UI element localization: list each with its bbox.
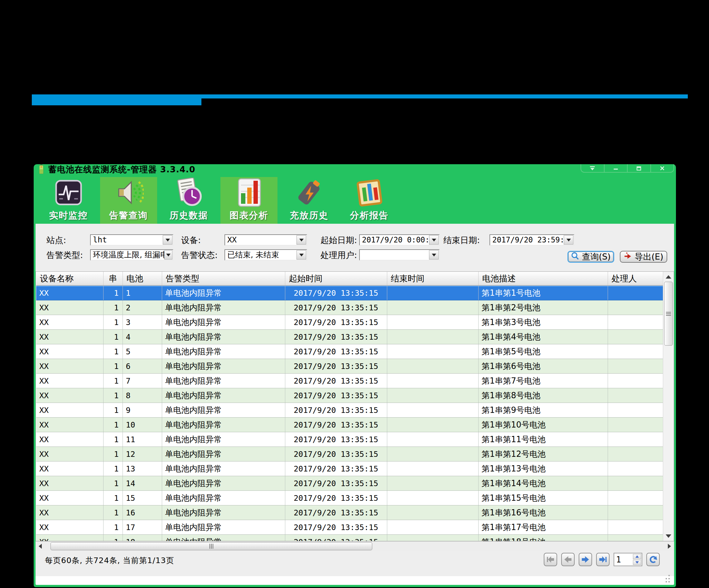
chevron-down-icon[interactable] [164, 250, 173, 259]
cell-end [387, 418, 478, 432]
next-page-button[interactable] [579, 553, 592, 566]
resize-grip[interactable] [668, 581, 670, 582]
spinner-up-icon[interactable] [633, 554, 641, 559]
scroll-down-icon[interactable] [663, 532, 674, 540]
page-summary: 每页60条, 共724条, 当前第1/13页 [45, 555, 174, 565]
table-row[interactable]: XX15单电池内阻异常2017/9/20 13:35:15第1串第5号电池 [36, 344, 663, 359]
col-header-type[interactable]: 告警类型 [162, 272, 285, 285]
table-row[interactable]: XX17单电池内阻异常2017/9/20 13:35:15第1串第7号电池 [36, 374, 663, 388]
cell-desc: 第1串第5号电池 [478, 344, 608, 359]
col-header-string[interactable]: 串 [103, 272, 123, 285]
table-row[interactable]: XX113单电池内阻异常2017/9/20 13:35:15第1串第13号电池 [36, 461, 663, 476]
table-row[interactable]: XX117单电池内阻异常2017/9/20 13:35:15第1串第17号电池 [36, 520, 663, 535]
cell-start: 2017/9/20 13:35:15 [285, 447, 387, 461]
cell-type: 单电池内阻异常 [162, 418, 285, 432]
cell-battery: 1 [123, 285, 162, 300]
site-combobox[interactable]: lht [90, 234, 173, 246]
scroll-left-icon[interactable] [36, 541, 44, 551]
col-header-end[interactable]: 结束时间 [387, 272, 478, 285]
horizontal-scrollbar-thumb[interactable] [51, 542, 372, 550]
first-page-button[interactable] [544, 553, 557, 566]
close-icon[interactable] [650, 164, 674, 172]
cell-type: 单电池内阻异常 [162, 285, 285, 300]
tab-chart[interactable]: 图表分析 [220, 177, 278, 224]
col-header-battery[interactable]: 电池 [123, 272, 162, 285]
col-header-handler[interactable]: 处理人 [608, 272, 663, 285]
title-bar[interactable]: 蓄电池在线监测系统-管理器 3.3.4.0 [34, 164, 676, 175]
table-row[interactable]: XX19单电池内阻异常2017/9/20 13:35:15第1串第9号电池 [36, 403, 663, 418]
handler-user-combobox[interactable] [359, 249, 440, 260]
table-row[interactable]: XX111单电池内阻异常2017/9/20 13:35:15第1串第11号电池 [36, 432, 663, 447]
device-combobox[interactable]: XX [225, 234, 307, 246]
chevron-down-icon[interactable] [163, 235, 173, 245]
scroll-up-icon[interactable] [663, 272, 674, 281]
chevron-down-icon[interactable] [429, 235, 439, 245]
table-row[interactable]: XX16单电池内阻异常2017/9/20 13:35:15第1串第6号电池 [36, 359, 663, 374]
cell-type: 单电池内阻异常 [162, 300, 285, 315]
cell-string: 1 [103, 315, 123, 330]
spinner-down-icon[interactable] [633, 560, 641, 565]
cell-type: 单电池内阻异常 [162, 535, 285, 541]
vertical-scrollbar-thumb[interactable] [664, 282, 673, 345]
minimize-icon[interactable] [604, 164, 627, 172]
alarm-status-combobox[interactable]: 已结束, 未结束 [225, 249, 307, 260]
chevron-down-icon[interactable] [429, 250, 439, 259]
previous-page-button[interactable] [561, 553, 575, 566]
chevron-down-icon[interactable] [296, 235, 306, 245]
last-page-button[interactable] [596, 553, 609, 566]
window-menu-icon[interactable] [581, 164, 604, 172]
end-date-picker[interactable]: 2017/9/20 23:59:59 [490, 234, 574, 246]
vertical-scrollbar[interactable] [663, 272, 674, 541]
maximize-icon[interactable] [627, 164, 650, 172]
tab-history[interactable]: 历史数据 [160, 177, 217, 224]
cell-handler [608, 285, 663, 300]
table-row[interactable]: XX14单电池内阻异常2017/9/20 13:35:15第1串第4号电池 [36, 330, 663, 344]
table-row[interactable]: XX115单电池内阻异常2017/9/20 13:35:15第1串第15号电池 [36, 491, 663, 505]
query-button[interactable]: 查询(S) [568, 251, 614, 263]
tab-charge[interactable]: 充放历史 [281, 177, 338, 224]
tab-alarm[interactable]: 告警查询 [100, 177, 157, 224]
cell-end [387, 505, 478, 520]
col-header-start[interactable]: 起始时间 [285, 272, 387, 285]
alarm-query-icon [114, 178, 144, 209]
start-date-picker[interactable]: 2017/9/20 0:00:00 [359, 234, 440, 246]
table-row[interactable]: XX114单电池内阻异常2017/9/20 13:35:15第1串第14号电池 [36, 476, 663, 491]
table-row[interactable]: XX116单电池内阻异常2017/9/20 13:35:15第1串第16号电池 [36, 505, 663, 520]
chevron-down-icon[interactable] [564, 235, 573, 245]
table-row[interactable]: XX110单电池内阻异常2017/9/20 13:35:15第1串第10号电池 [36, 418, 663, 432]
page-number-input[interactable] [615, 554, 633, 565]
tab-realtime[interactable]: 实时监控 [40, 177, 97, 224]
cell-start: 2017/9/20 13:35:15 [285, 461, 387, 476]
cell-end [387, 344, 478, 359]
cell-battery: 13 [123, 461, 162, 476]
tab-report[interactable]: 分析报告 [341, 177, 398, 224]
cell-battery: 7 [123, 374, 162, 388]
cell-string: 1 [103, 432, 123, 447]
table-row[interactable]: XX12单电池内阻异常2017/9/20 13:35:15第1串第2号电池 [36, 300, 663, 315]
cell-handler [608, 491, 663, 505]
cell-type: 单电池内阻异常 [162, 461, 285, 476]
scroll-right-icon[interactable] [665, 541, 674, 551]
table-row[interactable]: XX11单电池内阻异常2017/9/20 13:35:15第1串第1号电池 [36, 285, 663, 300]
col-header-device[interactable]: 设备名称 [36, 272, 103, 285]
table-row[interactable]: XX118单电池内阻异常2017/9/20 13:35:15第1串第18号电池 [36, 535, 663, 541]
table-row[interactable]: XX18单电池内阻异常2017/9/20 13:35:15第1串第8号电池 [36, 388, 663, 403]
cell-battery: 14 [123, 476, 162, 491]
cell-type: 单电池内阻异常 [162, 432, 285, 447]
horizontal-scrollbar[interactable] [35, 541, 674, 551]
refresh-button[interactable] [646, 553, 660, 566]
chevron-down-icon[interactable] [296, 250, 306, 259]
col-header-desc[interactable]: 电池描述 [478, 272, 608, 285]
alarm-type-combobox[interactable]: 环境温度上限, 组漏电 [90, 249, 173, 260]
charge-history-icon [294, 178, 324, 209]
cell-device: XX [36, 359, 103, 374]
cell-type: 单电池内阻异常 [162, 344, 285, 359]
cell-handler [608, 461, 663, 476]
cell-device: XX [36, 300, 103, 315]
cell-battery: 12 [123, 447, 162, 461]
search-icon [571, 252, 579, 262]
table-row[interactable]: XX112单电池内阻异常2017/9/20 13:35:15第1串第12号电池 [36, 447, 663, 461]
export-button[interactable]: 导出(E) [620, 251, 667, 263]
cell-type: 单电池内阻异常 [162, 388, 285, 403]
table-row[interactable]: XX13单电池内阻异常2017/9/20 13:35:15第1串第3号电池 [36, 315, 663, 330]
